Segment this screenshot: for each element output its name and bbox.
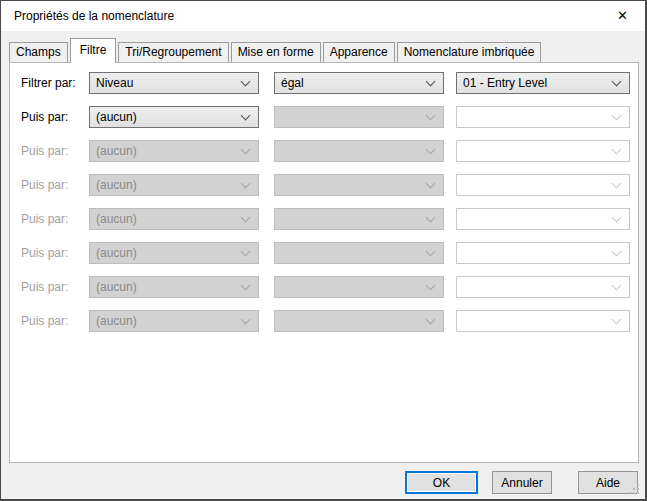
close-icon: ✕ <box>617 8 628 23</box>
dropdown-value: (aucun) <box>96 311 137 332</box>
filter-operator-dropdown-7 <box>274 276 444 298</box>
chevron-down-icon <box>426 111 436 121</box>
dropdown-value: (aucun) <box>96 277 137 298</box>
filter-field-dropdown-8: (aucun) <box>89 310 259 332</box>
filter-row-label: Puis par: <box>21 314 89 328</box>
chevron-down-icon <box>241 77 251 87</box>
tab-strip: Champs Filtre Tri/Regroupement Mise en f… <box>9 38 543 63</box>
dropdown-value: Niveau <box>96 73 133 94</box>
filter-value-dropdown-6 <box>456 242 630 264</box>
chevron-down-icon <box>426 281 436 291</box>
filter-operator-dropdown-8 <box>274 310 444 332</box>
filter-row-8: Puis par: (aucun) <box>21 310 638 332</box>
filter-field-dropdown-5: (aucun) <box>89 208 259 230</box>
chevron-down-icon <box>241 247 251 257</box>
dropdown-value: (aucun) <box>96 141 137 162</box>
chevron-down-icon <box>426 247 436 257</box>
filter-row-label: Puis par: <box>21 144 89 158</box>
filter-row-3: Puis par: (aucun) <box>21 140 638 162</box>
resize-grip-icon[interactable] <box>627 482 640 495</box>
filter-row-label: Puis par: <box>21 110 89 124</box>
filter-operator-dropdown-6 <box>274 242 444 264</box>
filter-value-dropdown-8 <box>456 310 630 332</box>
filter-value-dropdown-3 <box>456 140 630 162</box>
chevron-down-icon <box>426 179 436 189</box>
chevron-down-icon <box>612 281 622 291</box>
filter-operator-dropdown-1[interactable]: égal <box>274 72 444 94</box>
filter-row-label: Puis par: <box>21 280 89 294</box>
filter-value-dropdown-5 <box>456 208 630 230</box>
cancel-button[interactable]: Annuler <box>492 471 552 494</box>
filter-value-dropdown-7 <box>456 276 630 298</box>
tab-champs[interactable]: Champs <box>9 42 68 62</box>
filter-row-label: Puis par: <box>21 246 89 260</box>
filter-field-dropdown-1[interactable]: Niveau <box>89 72 259 94</box>
tab-mise-en-forme[interactable]: Mise en forme <box>231 42 321 62</box>
chevron-down-icon <box>241 281 251 291</box>
ok-button[interactable]: OK <box>405 471 478 494</box>
dropdown-value: (aucun) <box>96 243 137 264</box>
filter-value-dropdown-4 <box>456 174 630 196</box>
filter-value-dropdown-1[interactable]: 01 - Entry Level <box>456 72 630 94</box>
filter-rows: Filtrer par: Niveau égal 01 - Entry Leve… <box>10 63 638 332</box>
chevron-down-icon <box>612 247 622 257</box>
tab-apparence[interactable]: Apparence <box>323 42 395 62</box>
schedule-properties-dialog: Propriétés de la nomenclature ✕ Champs F… <box>0 0 647 501</box>
tab-tri-regroupement[interactable]: Tri/Regroupement <box>118 42 228 62</box>
chevron-down-icon <box>241 213 251 223</box>
filter-value-dropdown-2 <box>456 106 630 128</box>
filter-row-label: Puis par: <box>21 178 89 192</box>
filter-row-2: Puis par: (aucun) <box>21 106 638 128</box>
filter-field-dropdown-4: (aucun) <box>89 174 259 196</box>
filter-row-4: Puis par: (aucun) <box>21 174 638 196</box>
filter-row-6: Puis par: (aucun) <box>21 242 638 264</box>
close-button[interactable]: ✕ <box>600 1 645 31</box>
chevron-down-icon <box>241 111 251 121</box>
chevron-down-icon <box>612 213 622 223</box>
filter-field-dropdown-3: (aucun) <box>89 140 259 162</box>
chevron-down-icon <box>612 77 622 87</box>
filter-operator-dropdown-2 <box>274 106 444 128</box>
filter-row-7: Puis par: (aucun) <box>21 276 638 298</box>
tab-nomenclature-imbriquee[interactable]: Nomenclature imbriquée <box>397 42 542 62</box>
dropdown-value: (aucun) <box>96 107 137 128</box>
filter-tab-page: Filtrer par: Niveau égal 01 - Entry Leve… <box>9 62 639 463</box>
filter-field-dropdown-7: (aucun) <box>89 276 259 298</box>
filter-row-label: Filtrer par: <box>21 76 89 90</box>
title-bar: Propriétés de la nomenclature ✕ <box>1 1 645 31</box>
chevron-down-icon <box>426 213 436 223</box>
dropdown-value: 01 - Entry Level <box>463 73 547 94</box>
chevron-down-icon <box>241 145 251 155</box>
chevron-down-icon <box>612 145 622 155</box>
filter-field-dropdown-6: (aucun) <box>89 242 259 264</box>
chevron-down-icon <box>612 111 622 121</box>
chevron-down-icon <box>241 315 251 325</box>
chevron-down-icon <box>426 77 436 87</box>
filter-operator-dropdown-4 <box>274 174 444 196</box>
tab-filtre[interactable]: Filtre <box>70 38 117 63</box>
dropdown-value: (aucun) <box>96 175 137 196</box>
chevron-down-icon <box>612 315 622 325</box>
filter-field-dropdown-2[interactable]: (aucun) <box>89 106 259 128</box>
chevron-down-icon <box>612 179 622 189</box>
filter-row-label: Puis par: <box>21 212 89 226</box>
chevron-down-icon <box>426 315 436 325</box>
filter-row-1: Filtrer par: Niveau égal 01 - Entry Leve… <box>21 72 638 94</box>
chevron-down-icon <box>241 179 251 189</box>
dropdown-value: (aucun) <box>96 209 137 230</box>
dropdown-value: égal <box>281 73 304 94</box>
window-title: Propriétés de la nomenclature <box>14 1 174 31</box>
filter-row-5: Puis par: (aucun) <box>21 208 638 230</box>
filter-operator-dropdown-3 <box>274 140 444 162</box>
filter-operator-dropdown-5 <box>274 208 444 230</box>
chevron-down-icon <box>426 145 436 155</box>
